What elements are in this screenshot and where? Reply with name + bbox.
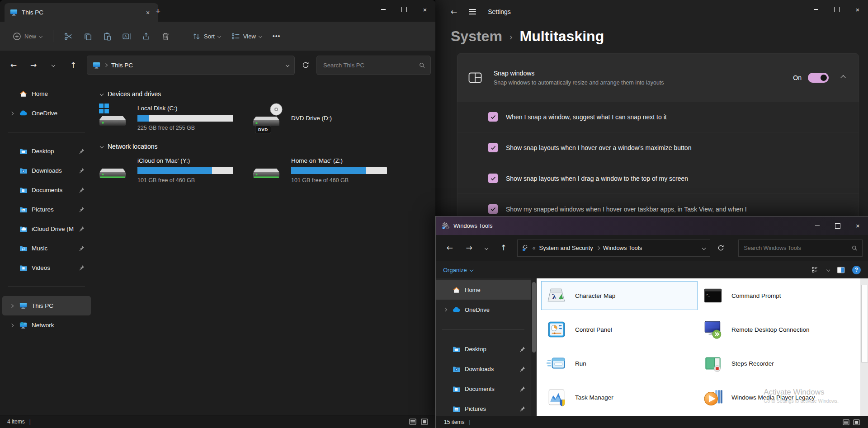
expander-chevron-icon[interactable] <box>443 308 447 311</box>
sidebar-item-this-pc[interactable]: This PC <box>2 296 91 315</box>
address-dropdown-chevron[interactable] <box>286 63 289 67</box>
app-item-remote-desktop[interactable]: Remote Desktop Connection <box>698 315 860 344</box>
expander-chevron-icon[interactable] <box>10 304 14 307</box>
checkbox-checked[interactable] <box>488 204 498 214</box>
snap-windows-expander[interactable]: Snap windows Snap windows to automatical… <box>457 53 859 102</box>
search-input[interactable] <box>322 61 415 69</box>
details-view-icon[interactable] <box>843 419 849 425</box>
hamburger-menu-icon[interactable] <box>469 9 476 14</box>
sidebar-item-pictures[interactable]: Pictures <box>436 399 531 416</box>
view-button[interactable]: View <box>227 28 266 44</box>
drive-local-disk-c[interactable]: Local Disk (C:) 225 GB free of 255 GB <box>99 105 252 131</box>
back-button[interactable]: ← <box>441 240 458 257</box>
sidebar-item-icloud-drive[interactable]: iCloud Drive (Ma <box>2 219 91 239</box>
drive-dvd-d[interactable]: DVD DVD Drive (D:) <box>252 105 406 131</box>
pin-icon[interactable] <box>519 386 525 392</box>
thumbnail-view-icon[interactable] <box>853 419 860 425</box>
tools-maximize-button[interactable] <box>827 216 848 235</box>
drive-home-z[interactable]: Home on 'Mac' (Z:) 101 GB free of 460 GB <box>252 157 406 183</box>
paste-button[interactable] <box>99 28 116 44</box>
sidebar-item-downloads[interactable]: Downloads <box>2 161 91 180</box>
pin-icon[interactable] <box>519 346 525 352</box>
settings-close-button[interactable]: × <box>847 0 868 19</box>
address-dropdown-chevron[interactable] <box>702 246 705 249</box>
rename-button[interactable]: A <box>118 28 136 44</box>
app-item-control-panel[interactable]: Control Panel <box>541 315 698 344</box>
sidebar-item-onedrive[interactable]: OneDrive <box>2 103 91 123</box>
tools-close-button[interactable]: × <box>848 216 868 235</box>
pin-icon[interactable] <box>79 245 85 251</box>
crumb-current[interactable]: Windows Tools <box>603 245 642 251</box>
sidebar-item-music[interactable]: Music <box>2 239 91 258</box>
sidebar-item-documents[interactable]: Documents <box>2 180 91 200</box>
pin-icon[interactable] <box>79 265 85 271</box>
refresh-button[interactable] <box>297 56 315 74</box>
snap-option-row[interactable]: Show snap layouts when I hover over a wi… <box>457 132 859 163</box>
breadcrumb-system[interactable]: System <box>451 28 502 45</box>
explorer-maximize-button[interactable] <box>394 0 415 19</box>
pin-icon[interactable] <box>519 366 525 372</box>
back-button[interactable]: ← <box>5 56 23 74</box>
back-icon[interactable]: ← <box>451 8 457 16</box>
pin-icon[interactable] <box>79 187 85 193</box>
expander-chevron-icon[interactable] <box>10 111 14 115</box>
tools-minimize-button[interactable] <box>807 216 827 235</box>
list-scrollbar[interactable] <box>860 278 868 416</box>
address-bar[interactable]: This PC <box>87 56 295 75</box>
sidebar-item-home[interactable]: Home <box>436 280 531 300</box>
tab-close-icon[interactable]: × <box>143 8 153 18</box>
forward-button[interactable]: → <box>461 240 478 257</box>
help-icon[interactable]: ? <box>852 266 861 274</box>
details-view-icon[interactable] <box>409 419 416 425</box>
up-button[interactable]: ↑ <box>495 240 512 257</box>
tools-address-bar[interactable]: « System and Security Windows Tools <box>517 240 710 257</box>
drive-icloud-y[interactable]: iCloud on 'Mac' (Y:) 101 GB free of 460 … <box>99 157 252 183</box>
copy-button[interactable] <box>79 28 97 44</box>
section-collapse-chevron[interactable] <box>100 92 104 96</box>
sidebar-item-network[interactable]: Network <box>2 315 91 335</box>
sidebar-item-desktop[interactable]: Desktop <box>436 339 531 359</box>
recent-locations-chevron[interactable] <box>480 240 493 257</box>
pin-icon[interactable] <box>79 226 85 232</box>
app-item-wmp-legacy[interactable]: Windows Media Player Legacy <box>698 383 860 412</box>
view-dropdown-chevron[interactable] <box>826 268 830 272</box>
app-item-command-prompt[interactable]: >_ Command Prompt <box>698 281 860 310</box>
section-devices-and-drives[interactable]: Devices and drives <box>99 90 435 98</box>
refresh-button[interactable] <box>712 240 730 257</box>
section-network-locations[interactable]: Network locations <box>99 143 435 150</box>
pin-icon[interactable] <box>79 148 85 154</box>
sort-button[interactable]: Sort <box>188 28 225 44</box>
tab-this-pc[interactable]: This PC × <box>5 3 158 22</box>
sidebar-scrollbar[interactable] <box>531 278 537 416</box>
new-tab-button[interactable]: + <box>156 6 160 16</box>
more-options-button[interactable]: ••• <box>268 29 285 43</box>
preview-pane-icon[interactable] <box>837 267 845 273</box>
checkbox-checked[interactable] <box>488 143 498 152</box>
app-item-task-manager[interactable]: Task Manager <box>541 383 698 412</box>
settings-maximize-button[interactable] <box>826 0 847 19</box>
snap-option-row[interactable]: When I snap a window, suggest what I can… <box>457 102 859 132</box>
crumb-parent[interactable]: System and Security <box>539 245 593 251</box>
pin-icon[interactable] <box>79 207 85 212</box>
organize-menu[interactable]: Organize <box>443 267 473 273</box>
up-button[interactable]: ↑ <box>64 56 82 74</box>
search-icon[interactable] <box>852 245 858 251</box>
app-item-character-map[interactable]: λ Character Map <box>541 281 698 310</box>
sidebar-item-onedrive[interactable]: OneDrive <box>436 300 531 320</box>
cut-button[interactable] <box>60 28 77 44</box>
snap-windows-toggle[interactable] <box>808 73 829 83</box>
crumb-overflow[interactable]: « <box>533 245 536 251</box>
settings-minimize-button[interactable] <box>806 0 826 19</box>
sidebar-item-documents[interactable]: Documents <box>436 379 531 399</box>
search-input[interactable] <box>743 245 849 252</box>
sidebar-item-videos[interactable]: Videos <box>2 258 91 277</box>
app-item-steps-recorder[interactable]: Steps Recorder <box>698 349 860 378</box>
forward-button[interactable]: → <box>24 56 42 74</box>
explorer-close-button[interactable]: × <box>415 0 435 19</box>
change-view-icon[interactable] <box>812 267 820 273</box>
explorer-minimize-button[interactable] <box>373 0 394 19</box>
share-button[interactable] <box>137 28 155 44</box>
checkbox-checked[interactable] <box>488 112 498 122</box>
chevron-up-icon[interactable] <box>840 75 845 80</box>
checkbox-checked[interactable] <box>488 174 498 183</box>
